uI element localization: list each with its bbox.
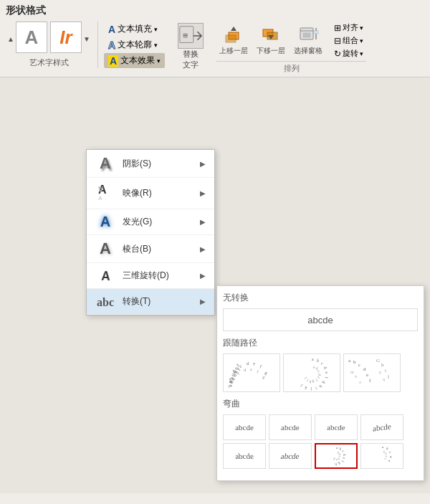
down-layer-label: 下移一层 [257, 46, 285, 56]
svg-text:a: a [348, 358, 351, 363]
bend-item-6[interactable]: abcde [269, 443, 312, 469]
text-outline-btn[interactable]: A 文本轮廓 ▾ [104, 37, 165, 52]
svg-text:c: c [317, 369, 322, 374]
svg-text:g: g [332, 457, 335, 462]
dropdown-item-reflect[interactable]: A A A 映像(R) ▶ [87, 178, 214, 209]
up-layer-label: 上移一层 [219, 46, 248, 56]
glow-label: 发光(G) [123, 216, 193, 228]
bevel-icon: A [95, 239, 115, 258]
align-icon: ⊞ [334, 23, 341, 33]
text-outline-arrow: ▾ [154, 42, 158, 49]
shadow-label: 阴影(S) [123, 158, 193, 170]
svg-text:j: j [302, 376, 307, 381]
transform-arrow: ▶ [200, 298, 206, 305]
svg-text:g: g [312, 380, 315, 385]
follow-path-title: 跟随路径 [223, 337, 418, 349]
select-window-btn[interactable]: 选择窗格 [291, 22, 325, 60]
svg-text:l: l [300, 384, 303, 388]
up-layer-icon [222, 23, 245, 46]
svg-text:j: j [387, 374, 389, 379]
art-icons: A Ir [16, 22, 82, 53]
svg-text:b: b [316, 358, 320, 363]
svg-text:g: g [338, 462, 341, 466]
bend-text-6: abcde [280, 452, 300, 460]
svg-text:q: q [383, 377, 385, 381]
svg-text:g: g [322, 381, 327, 385]
scroll-up[interactable]: ▲ [6, 35, 16, 43]
rotate3d-icon: A [95, 267, 115, 284]
bend-item-4[interactable]: abcde [360, 414, 403, 440]
follow-path-item-2[interactable]: a b c d e f a b c d e f g h [283, 353, 340, 392]
rotate-label: 旋转 [343, 48, 358, 59]
dropdown-item-transform[interactable]: abc 转换(T) ▶ [87, 289, 214, 315]
svg-text:g: g [262, 375, 266, 380]
bend-item-8[interactable]: a b c d e S b y z [360, 443, 403, 469]
follow-path-item-3[interactable]: a b c d e f G h i j m n [343, 353, 401, 392]
bend-item-5[interactable]: abcde [223, 443, 266, 469]
svg-text:h: h [309, 380, 312, 384]
dropdown-item-shadow[interactable]: A 阴影(S) ▶ [87, 150, 214, 178]
svg-text:o: o [359, 380, 361, 384]
arrange-buttons-row: 上移一层 下移一层 [216, 22, 366, 60]
no-transform-item[interactable]: abcde [223, 308, 418, 331]
svg-text:d: d [323, 366, 328, 370]
svg-text:k: k [304, 386, 307, 391]
svg-text:e: e [253, 361, 256, 366]
follow-path-item-1[interactable]: a b c d e f a b c d e f [223, 353, 280, 392]
dropdown-item-rotate3d[interactable]: A 三维旋转(D) ▶ [87, 263, 214, 289]
align-btn[interactable]: ⊞ 对齐 ▾ [331, 22, 366, 34]
dropdown-item-glow[interactable]: A 发光(G) ▶ [87, 209, 214, 235]
svg-text:f: f [257, 369, 259, 374]
replace-btn[interactable]: ≡ 替换 文字 [173, 22, 208, 72]
up-layer-btn[interactable]: 上移一层 [216, 22, 251, 60]
art-style-label: 艺术字样式 [29, 57, 69, 68]
select-window-icon [297, 23, 320, 46]
arrange-label: 排列 [216, 61, 366, 74]
svg-text:n: n [355, 374, 357, 379]
group-btn[interactable]: ⊟ 组合 ▾ [331, 34, 366, 47]
select-window-label: 选择窗格 [294, 46, 322, 56]
bend-item-1[interactable]: abcde [223, 414, 266, 440]
bend-text-2: abcde [281, 423, 300, 432]
align-label: 对齐 [343, 22, 358, 33]
art-style-section: ▲ A Ir ▼ 艺术字样式 [6, 22, 98, 68]
svg-text:h: h [381, 362, 384, 368]
rotate-arrow: ▾ [360, 50, 363, 57]
group-arrow: ▾ [360, 37, 363, 44]
svg-text:a: a [382, 445, 384, 449]
rotate-btn[interactable]: ↻ 旋转 ▾ [331, 47, 366, 60]
arrange-right-buttons: ⊞ 对齐 ▾ ⊟ 组合 ▾ ↻ 旋转 ▾ [331, 22, 366, 60]
no-transform-section: 无转换 abcde [223, 292, 418, 331]
window-title: 形状格式 [6, 4, 46, 16]
bend-title: 弯曲 [223, 398, 418, 410]
text-fill-label: 文本填充 [118, 23, 152, 35]
glow-icon: A [95, 214, 115, 230]
scroll-down[interactable]: ▼ [82, 35, 92, 43]
title-bar: 形状格式 [0, 0, 430, 19]
reflect-arrow: ▶ [200, 189, 206, 197]
dropdown-item-bevel[interactable]: A 棱台(B) ▶ [87, 235, 214, 263]
text-fill-arrow: ▾ [154, 26, 158, 33]
bend-item-3[interactable]: abcde [315, 414, 358, 440]
text-outline-icon: A [108, 39, 115, 51]
down-layer-btn[interactable]: 下移一层 [254, 22, 288, 60]
svg-rect-3 [226, 35, 236, 42]
text-outline-label: 文本轮廓 [118, 39, 152, 51]
text-fill-icon: A [108, 24, 115, 35]
svg-text:i: i [385, 368, 386, 374]
svg-text:c: c [320, 361, 325, 366]
align-arrow: ▾ [360, 24, 363, 32]
art-icon-orange[interactable]: Ir [50, 22, 82, 53]
text-effect-btn[interactable]: A 文本效果 ▾ [104, 53, 165, 68]
bend-item-7[interactable]: a b c d e f g h S b c d [315, 443, 358, 469]
text-format-buttons: A 文本填充 ▾ A 文本轮廓 ▾ A 文本效果 ▾ [104, 22, 165, 68]
svg-text:e: e [325, 371, 329, 374]
svg-text:h: h [335, 462, 337, 466]
svg-text:a: a [312, 357, 314, 361]
replace-section: ≡ 替换 文字 [173, 22, 208, 72]
svg-text:G: G [376, 358, 380, 363]
svg-text:p: p [379, 370, 381, 374]
bend-item-2[interactable]: abcde [269, 414, 312, 440]
text-fill-btn[interactable]: A 文本填充 ▾ [104, 22, 165, 37]
art-icon-plain[interactable]: A [16, 22, 47, 53]
